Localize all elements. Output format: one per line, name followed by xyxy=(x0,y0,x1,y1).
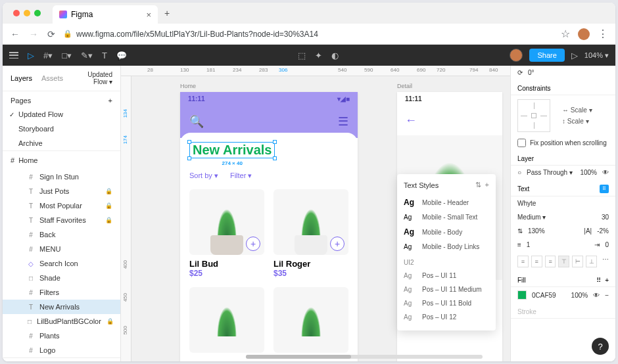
align-bottom-icon[interactable]: ⊥ xyxy=(586,256,597,267)
browser-menu-icon[interactable]: ⋮ xyxy=(598,28,607,40)
align-left-icon[interactable]: ≡ xyxy=(517,256,529,267)
text-style-item[interactable]: AgMobile - Header xyxy=(404,194,489,210)
page-dropdown[interactable]: Updated Flow ▾ xyxy=(72,71,112,85)
fix-position-checkbox[interactable] xyxy=(517,139,526,147)
layer-item[interactable]: #Sign In Stun xyxy=(3,170,120,184)
layer-item[interactable]: #MENU xyxy=(3,242,120,256)
layer-item[interactable]: TNew Arrivals xyxy=(3,300,120,314)
align-center-icon[interactable]: ≡ xyxy=(531,256,542,267)
title-new-arrivals[interactable]: New Arrivals 274 × 40 xyxy=(189,142,275,158)
new-tab-button[interactable]: + xyxy=(164,8,170,18)
artboard-home[interactable]: 11:11 ▾◢■ 🔍 ☰ New Arrivals 274 × 40 xyxy=(180,92,358,361)
selection-handle[interactable] xyxy=(273,156,277,160)
paragraph-indent-input[interactable]: 0 xyxy=(605,241,609,248)
help-button[interactable]: ? xyxy=(592,338,609,355)
bookmark-icon[interactable]: ☆ xyxy=(561,28,570,40)
sort-icon[interactable]: ⇅ xyxy=(475,181,481,189)
text-style-item[interactable]: AgMobile - Body Links xyxy=(404,240,489,254)
fill-hex-input[interactable]: 0CAF59 xyxy=(532,292,556,299)
layer-item[interactable]: #Back xyxy=(3,227,120,242)
layer-opacity[interactable]: 100% xyxy=(580,169,597,176)
text-tool-icon[interactable]: T xyxy=(102,51,107,60)
h-constraint-select[interactable]: ↔ Scale ▾ xyxy=(562,106,610,114)
text-style-item[interactable]: AgPos – UI 11 Medium xyxy=(404,283,489,296)
align-top-icon[interactable]: ⊤ xyxy=(558,256,569,267)
visibility-icon[interactable]: 👁 xyxy=(602,169,609,176)
layer-item[interactable]: □Shade xyxy=(3,271,120,285)
remove-fill-icon[interactable]: − xyxy=(605,292,609,299)
layer-item[interactable]: #Plants xyxy=(3,329,120,343)
share-button[interactable]: Share xyxy=(529,49,564,62)
layers-tab[interactable]: Layers xyxy=(11,74,32,82)
text-options-icon[interactable]: ⋯ xyxy=(602,256,609,267)
text-styles-panel[interactable]: Text Styles ⇅ + AgMobile - HeaderAgMobil… xyxy=(397,174,496,330)
font-weight-select[interactable]: Medium ▾ xyxy=(517,214,546,221)
selection-handle[interactable] xyxy=(187,156,191,160)
reload-icon[interactable]: ⟳ xyxy=(47,29,55,39)
paragraph-spacing-input[interactable]: 1 xyxy=(527,241,531,248)
layer-item[interactable]: #Logo xyxy=(3,343,120,357)
layer-item[interactable]: □LilBudPlantBGColor🔒 xyxy=(3,314,120,329)
comment-tool-icon[interactable]: 💬 xyxy=(116,51,127,60)
boolean-icon[interactable]: ◐ xyxy=(331,51,339,60)
add-style-icon[interactable]: + xyxy=(485,181,489,189)
frame-tool-icon[interactable]: #▾ xyxy=(43,51,53,60)
text-style-item[interactable]: AgPos – UI 12 xyxy=(404,310,489,324)
text-style-badge[interactable]: ⠿ xyxy=(600,185,609,193)
window-minimize[interactable] xyxy=(24,10,30,16)
window-close[interactable] xyxy=(13,10,20,16)
text-style-item[interactable]: AgMobile - Small Text xyxy=(404,210,489,224)
align-middle-icon[interactable]: ⊢ xyxy=(572,256,583,267)
window-maximize[interactable] xyxy=(34,10,41,16)
page-item[interactable]: Archive xyxy=(3,136,120,150)
browser-tab[interactable]: Figma × xyxy=(53,5,158,24)
page-item[interactable]: Storyboard xyxy=(3,122,120,136)
constraint-widget[interactable] xyxy=(517,99,550,132)
page-item[interactable]: Updated Flow xyxy=(3,107,120,122)
blend-mode-select[interactable]: Pass Through ▾ xyxy=(527,169,573,176)
fill-opacity-input[interactable]: 100% xyxy=(571,292,588,299)
selection-handle[interactable] xyxy=(273,140,277,144)
layer-item[interactable]: ◇Search Icon xyxy=(3,256,120,271)
component-icon[interactable]: ⬚ xyxy=(298,51,306,60)
letter-spacing-input[interactable]: -2% xyxy=(597,227,609,235)
selection-handle[interactable] xyxy=(187,140,191,144)
add-fill-icon[interactable]: + xyxy=(605,277,609,284)
close-tab-icon[interactable]: × xyxy=(146,10,151,20)
font-family-select[interactable]: Whyte xyxy=(517,200,536,207)
layers-frame-header[interactable]: # Home xyxy=(3,151,120,170)
text-style-item[interactable]: AgPos – UI 11 xyxy=(404,269,489,283)
forward-icon[interactable]: → xyxy=(29,29,38,39)
line-height-input[interactable]: 130% xyxy=(528,227,545,235)
url-text[interactable]: www.figma.com/file/x5MuLtlPlaY3r/Lil-Bud… xyxy=(76,30,318,39)
text-style-item[interactable]: AgPos – UI 11 Bold xyxy=(404,296,489,310)
horizontal-scrollbar[interactable] xyxy=(246,355,483,359)
zoom-level[interactable]: 104% ▾ xyxy=(584,51,609,60)
user-avatar[interactable] xyxy=(510,49,523,62)
align-right-icon[interactable]: ≡ xyxy=(545,256,556,267)
fill-color-swatch[interactable] xyxy=(517,290,527,300)
layers-frame-header[interactable]: # Login Prompt xyxy=(3,357,120,361)
shape-tool-icon[interactable]: □▾ xyxy=(62,51,72,60)
move-tool-icon[interactable]: ▷ xyxy=(28,51,34,60)
layer-item[interactable]: #Filters xyxy=(3,285,120,300)
v-constraint-select[interactable]: ↕ Scale ▾ xyxy=(562,118,610,125)
fill-visibility-icon[interactable]: 👁 xyxy=(593,292,600,299)
fill-styles-icon[interactable]: ⠿ xyxy=(596,277,601,284)
mask-icon[interactable]: ✦ xyxy=(315,51,322,60)
frame-label[interactable]: Home xyxy=(180,83,196,89)
assets-tab[interactable]: Assets xyxy=(41,74,63,82)
font-size-input[interactable]: 30 xyxy=(602,214,609,221)
layer-item[interactable]: TMost Popular🔒 xyxy=(3,198,120,213)
frame-label[interactable]: Detail xyxy=(397,83,412,89)
text-style-item[interactable]: AgMobile - Body xyxy=(404,224,489,240)
rotation-value[interactable]: 0° xyxy=(528,69,535,76)
layer-item[interactable]: TJust Pots🔒 xyxy=(3,184,120,198)
pen-tool-icon[interactable]: ✎▾ xyxy=(81,51,93,60)
layer-item[interactable]: TStaff Favorites🔒 xyxy=(3,213,120,227)
profile-avatar[interactable] xyxy=(578,28,590,40)
main-menu-icon[interactable] xyxy=(9,52,18,58)
add-page-icon[interactable]: + xyxy=(108,97,112,104)
present-icon[interactable]: ▷ xyxy=(571,51,578,60)
back-icon[interactable]: ← xyxy=(11,29,20,39)
